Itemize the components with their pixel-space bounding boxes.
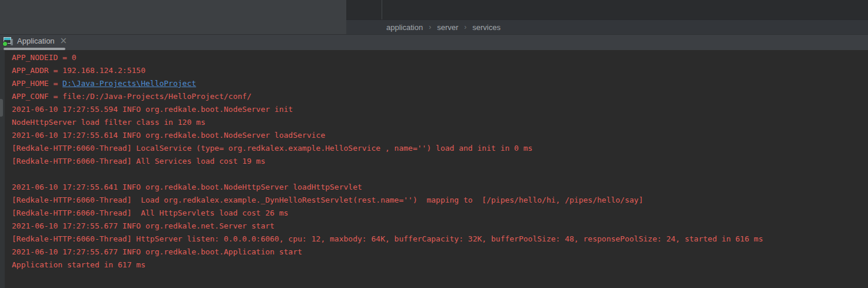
log-line: [Redkale-HTTP:6060-Thread] LocalService … (12, 142, 868, 155)
close-icon[interactable]: × (60, 37, 68, 45)
log-line: [Redkale-HTTP:6060-Thread] Load org.redk… (12, 194, 868, 207)
tab-label: Application (17, 37, 55, 45)
log-line: 2021-06-10 17:27:55.677 INFO org.redkale… (12, 220, 868, 233)
log-line: APP_ADDR = 192.168.124.2:5150 (12, 64, 868, 77)
log-line: 2021-06-10 17:27:55.594 INFO org.redkale… (12, 103, 868, 116)
app-home-link[interactable]: D:\Java-Projects\HelloProject (62, 79, 196, 88)
log-line: [Redkale-HTTP:6060-Thread] HttpServer li… (12, 233, 868, 246)
breadcrumb-item-application[interactable]: application (386, 23, 423, 32)
log-line: 2021-06-10 17:27:55.641 INFO org.redkale… (12, 181, 868, 194)
log-line: APP_CONF = file:/D:/Java-Projects/HelloP… (12, 90, 868, 103)
console-output[interactable]: APP_NODEID = 0APP_ADDR = 192.168.124.2:5… (0, 50, 868, 288)
log-line: Application started in 617 ms (12, 259, 868, 272)
log-line (12, 168, 868, 181)
tab-application[interactable]: Application × (0, 34, 67, 48)
running-console-icon (3, 37, 14, 46)
console-gutter (0, 50, 5, 288)
log-lines: APP_NODEID = 0APP_ADDR = 192.168.124.2:5… (12, 50, 868, 272)
editor-pane-left (0, 0, 346, 34)
chevron-right-icon: › (464, 23, 466, 31)
running-indicator-dot (3, 42, 7, 46)
ide-window: application›server›services Application … (0, 0, 868, 288)
log-line: [Redkale-HTTP:6060-Thread] All HttpServl… (12, 207, 868, 220)
log-line: APP_HOME = D:\Java-Projects\HelloProject (12, 77, 868, 90)
chevron-right-icon: › (429, 23, 431, 31)
scrollbar-thumb[interactable] (0, 99, 3, 117)
log-line: NodeHttpServer load filter class in 120 … (12, 116, 868, 129)
breadcrumb-item-server[interactable]: server (437, 23, 458, 32)
run-tool-window-tab-bar: Application × (0, 34, 868, 50)
editor-pane-right (346, 0, 868, 19)
log-line: APP_NODEID = 0 (12, 51, 868, 64)
breadcrumb: application›server›services (346, 19, 868, 34)
log-line: 2021-06-10 17:27:55.677 INFO org.redkale… (12, 246, 868, 259)
editor-split-divider[interactable] (382, 0, 382, 19)
log-line: 2021-06-10 17:27:55.614 INFO org.redkale… (12, 129, 868, 142)
breadcrumb-item-services[interactable]: services (472, 23, 501, 32)
log-line: [Redkale-HTTP:6060-Thread] All Services … (12, 155, 868, 168)
